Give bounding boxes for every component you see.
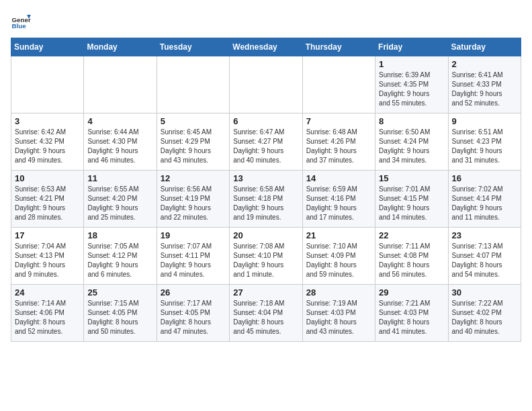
day-info: Sunrise: 7:19 AM Sunset: 4:03 PM Dayligh… <box>306 299 371 336</box>
calendar-cell: 16Sunrise: 7:02 AM Sunset: 4:14 PM Dayli… <box>448 171 521 228</box>
svg-text:Blue: Blue <box>12 22 27 30</box>
day-number: 28 <box>306 287 371 298</box>
page-header: General Blue <box>11 11 521 31</box>
weekday-header-row: SundayMondayTuesdayWednesdayThursdayFrid… <box>11 38 521 56</box>
calendar-cell: 23Sunrise: 7:13 AM Sunset: 4:07 PM Dayli… <box>448 228 521 285</box>
day-number: 20 <box>233 230 298 240</box>
day-info: Sunrise: 7:13 AM Sunset: 4:07 PM Dayligh… <box>452 242 517 279</box>
calendar-week-2: 10Sunrise: 6:53 AM Sunset: 4:21 PM Dayli… <box>11 171 521 228</box>
day-info: Sunrise: 6:47 AM Sunset: 4:27 PM Dayligh… <box>233 128 298 165</box>
calendar-cell: 10Sunrise: 6:53 AM Sunset: 4:21 PM Dayli… <box>11 171 84 228</box>
day-number: 14 <box>306 173 371 183</box>
day-info: Sunrise: 6:58 AM Sunset: 4:18 PM Dayligh… <box>233 185 298 222</box>
day-number: 7 <box>306 116 371 126</box>
day-info: Sunrise: 7:15 AM Sunset: 4:05 PM Dayligh… <box>87 299 152 336</box>
calendar-cell <box>157 56 229 113</box>
day-number: 18 <box>87 230 152 240</box>
calendar-cell: 27Sunrise: 7:18 AM Sunset: 4:04 PM Dayli… <box>230 285 302 342</box>
weekday-header-saturday: Saturday <box>448 38 521 56</box>
weekday-header-monday: Monday <box>84 38 157 56</box>
day-info: Sunrise: 6:59 AM Sunset: 4:16 PM Dayligh… <box>306 185 371 222</box>
calendar-cell: 12Sunrise: 6:56 AM Sunset: 4:19 PM Dayli… <box>157 171 229 228</box>
day-info: Sunrise: 6:48 AM Sunset: 4:26 PM Dayligh… <box>306 128 371 165</box>
day-info: Sunrise: 6:39 AM Sunset: 4:35 PM Dayligh… <box>379 71 444 108</box>
day-info: Sunrise: 7:10 AM Sunset: 4:09 PM Dayligh… <box>306 242 371 279</box>
day-info: Sunrise: 7:17 AM Sunset: 4:05 PM Dayligh… <box>161 299 226 336</box>
calendar-cell: 5Sunrise: 6:45 AM Sunset: 4:29 PM Daylig… <box>157 113 229 171</box>
day-info: Sunrise: 7:05 AM Sunset: 4:12 PM Dayligh… <box>87 242 152 279</box>
day-info: Sunrise: 7:08 AM Sunset: 4:10 PM Dayligh… <box>233 242 298 279</box>
day-info: Sunrise: 6:53 AM Sunset: 4:21 PM Dayligh… <box>15 185 80 222</box>
day-info: Sunrise: 7:02 AM Sunset: 4:14 PM Dayligh… <box>452 185 517 222</box>
calendar-cell: 21Sunrise: 7:10 AM Sunset: 4:09 PM Dayli… <box>302 228 375 285</box>
weekday-header-thursday: Thursday <box>302 38 375 56</box>
day-info: Sunrise: 6:51 AM Sunset: 4:23 PM Dayligh… <box>452 128 517 165</box>
calendar-cell: 24Sunrise: 7:14 AM Sunset: 4:06 PM Dayli… <box>11 285 84 342</box>
day-number: 13 <box>233 173 298 183</box>
day-number: 1 <box>379 59 444 69</box>
day-number: 22 <box>379 230 444 240</box>
calendar-cell: 11Sunrise: 6:55 AM Sunset: 4:20 PM Dayli… <box>84 171 157 228</box>
day-number: 26 <box>161 287 226 298</box>
day-info: Sunrise: 6:45 AM Sunset: 4:29 PM Dayligh… <box>161 128 226 165</box>
day-info: Sunrise: 7:11 AM Sunset: 4:08 PM Dayligh… <box>379 242 444 279</box>
day-number: 10 <box>15 173 80 183</box>
calendar-cell: 2Sunrise: 6:41 AM Sunset: 4:33 PM Daylig… <box>448 56 521 113</box>
calendar-cell: 22Sunrise: 7:11 AM Sunset: 4:08 PM Dayli… <box>375 228 448 285</box>
day-info: Sunrise: 7:04 AM Sunset: 4:13 PM Dayligh… <box>15 242 80 279</box>
calendar-cell: 25Sunrise: 7:15 AM Sunset: 4:05 PM Dayli… <box>84 285 157 342</box>
calendar-cell: 26Sunrise: 7:17 AM Sunset: 4:05 PM Dayli… <box>157 285 229 342</box>
day-info: Sunrise: 6:50 AM Sunset: 4:24 PM Dayligh… <box>379 128 444 165</box>
calendar-cell: 1Sunrise: 6:39 AM Sunset: 4:35 PM Daylig… <box>375 56 448 113</box>
day-number: 12 <box>161 173 226 183</box>
day-info: Sunrise: 7:22 AM Sunset: 4:02 PM Dayligh… <box>452 299 517 336</box>
day-number: 3 <box>15 116 80 126</box>
day-number: 15 <box>379 173 444 183</box>
calendar-week-0: 1Sunrise: 6:39 AM Sunset: 4:35 PM Daylig… <box>11 56 521 113</box>
day-number: 25 <box>87 287 152 298</box>
day-number: 17 <box>15 230 80 240</box>
day-info: Sunrise: 6:44 AM Sunset: 4:30 PM Dayligh… <box>87 128 152 165</box>
day-info: Sunrise: 7:21 AM Sunset: 4:03 PM Dayligh… <box>379 299 444 336</box>
day-info: Sunrise: 6:55 AM Sunset: 4:20 PM Dayligh… <box>87 185 152 222</box>
weekday-header-wednesday: Wednesday <box>230 38 302 56</box>
day-number: 23 <box>452 230 517 240</box>
calendar-cell: 14Sunrise: 6:59 AM Sunset: 4:16 PM Dayli… <box>302 171 375 228</box>
weekday-header-friday: Friday <box>375 38 448 56</box>
day-info: Sunrise: 6:42 AM Sunset: 4:32 PM Dayligh… <box>15 128 80 165</box>
day-number: 27 <box>233 287 298 298</box>
calendar-cell: 6Sunrise: 6:47 AM Sunset: 4:27 PM Daylig… <box>230 113 302 171</box>
day-number: 2 <box>452 59 517 69</box>
weekday-header-tuesday: Tuesday <box>157 38 229 56</box>
calendar-cell: 4Sunrise: 6:44 AM Sunset: 4:30 PM Daylig… <box>84 113 157 171</box>
day-number: 30 <box>452 287 517 298</box>
day-number: 5 <box>161 116 226 126</box>
logo: General Blue <box>11 11 31 31</box>
calendar-cell: 29Sunrise: 7:21 AM Sunset: 4:03 PM Dayli… <box>375 285 448 342</box>
day-number: 8 <box>379 116 444 126</box>
calendar-cell <box>11 56 84 113</box>
calendar-cell: 9Sunrise: 6:51 AM Sunset: 4:23 PM Daylig… <box>448 113 521 171</box>
day-number: 24 <box>15 287 80 298</box>
day-number: 6 <box>233 116 298 126</box>
calendar-cell <box>84 56 157 113</box>
calendar-cell: 15Sunrise: 7:01 AM Sunset: 4:15 PM Dayli… <box>375 171 448 228</box>
calendar-week-3: 17Sunrise: 7:04 AM Sunset: 4:13 PM Dayli… <box>11 228 521 285</box>
day-info: Sunrise: 7:14 AM Sunset: 4:06 PM Dayligh… <box>15 299 80 336</box>
calendar-cell: 8Sunrise: 6:50 AM Sunset: 4:24 PM Daylig… <box>375 113 448 171</box>
day-info: Sunrise: 6:56 AM Sunset: 4:19 PM Dayligh… <box>161 185 226 222</box>
logo-icon: General Blue <box>11 11 31 31</box>
calendar-cell: 18Sunrise: 7:05 AM Sunset: 4:12 PM Dayli… <box>84 228 157 285</box>
calendar-cell: 30Sunrise: 7:22 AM Sunset: 4:02 PM Dayli… <box>448 285 521 342</box>
calendar-cell: 3Sunrise: 6:42 AM Sunset: 4:32 PM Daylig… <box>11 113 84 171</box>
calendar-week-4: 24Sunrise: 7:14 AM Sunset: 4:06 PM Dayli… <box>11 285 521 342</box>
day-number: 4 <box>87 116 152 126</box>
day-number: 9 <box>452 116 517 126</box>
day-number: 29 <box>379 287 444 298</box>
day-info: Sunrise: 6:41 AM Sunset: 4:33 PM Dayligh… <box>452 71 517 108</box>
calendar-cell: 19Sunrise: 7:07 AM Sunset: 4:11 PM Dayli… <box>157 228 229 285</box>
calendar-table: SundayMondayTuesdayWednesdayThursdayFrid… <box>11 38 521 342</box>
day-info: Sunrise: 7:07 AM Sunset: 4:11 PM Dayligh… <box>161 242 226 279</box>
calendar-cell: 13Sunrise: 6:58 AM Sunset: 4:18 PM Dayli… <box>230 171 302 228</box>
calendar-week-1: 3Sunrise: 6:42 AM Sunset: 4:32 PM Daylig… <box>11 113 521 171</box>
